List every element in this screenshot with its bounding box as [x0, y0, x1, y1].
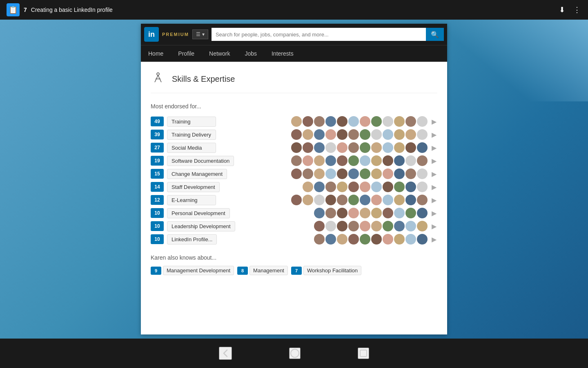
avatar [417, 168, 428, 179]
avatar [360, 221, 370, 231]
skill-row-social-media: 27 Social Media [151, 142, 437, 153]
avatar [314, 182, 325, 192]
skill-expand-button[interactable]: ▶ [431, 157, 437, 165]
skill-row-training: 49 Training [151, 116, 437, 127]
tab-profile[interactable]: Profile [171, 45, 202, 62]
back-button[interactable] [219, 347, 232, 360]
avatar [337, 129, 347, 140]
avatar [325, 234, 336, 245]
avatar [348, 234, 359, 245]
avatar [325, 116, 336, 127]
avatar [291, 195, 302, 205]
app-number: 7 [24, 7, 27, 13]
avatar [383, 182, 393, 192]
avatar [405, 168, 416, 179]
skill-name-personal-dev[interactable]: Personal Development [167, 208, 230, 218]
avatar [360, 116, 370, 127]
skill-expand-button[interactable]: ▶ [431, 183, 437, 191]
avatar [394, 182, 405, 192]
tab-jobs[interactable]: Jobs [237, 45, 264, 62]
avatar [314, 234, 325, 245]
skill-name-elearning[interactable]: E-Learning [167, 195, 216, 205]
tab-home[interactable]: Home [141, 45, 171, 62]
avatar [337, 195, 347, 205]
skill-name-training[interactable]: Training [167, 117, 216, 127]
avatar [394, 195, 405, 205]
skill-name-staff-dev[interactable]: Staff Development [167, 182, 220, 192]
avatar [348, 142, 359, 153]
avatar [371, 234, 382, 245]
skill-expand-button[interactable]: ▶ [431, 170, 437, 178]
svg-rect-5 [360, 350, 367, 357]
skill-expand-button[interactable]: ▶ [431, 118, 437, 126]
avatar [417, 221, 428, 231]
avatar [383, 129, 393, 140]
avatar [417, 155, 428, 166]
avatar [360, 129, 370, 140]
avatar [360, 168, 370, 179]
skill-expand-button[interactable]: ▶ [431, 236, 437, 243]
skill-name-social-media[interactable]: Social Media [167, 143, 216, 153]
skill-count-elearning: 12 [151, 195, 164, 205]
also-knows-name[interactable]: Management Development [163, 266, 234, 275]
skill-expand-button[interactable]: ▶ [431, 131, 437, 139]
avatar [417, 182, 428, 192]
avatar [383, 208, 393, 218]
avatar [337, 208, 347, 218]
avatar [291, 168, 302, 179]
section-title: Skills & Expertise [172, 74, 235, 84]
skills-list: 49 Training [151, 116, 437, 245]
avatar [314, 208, 325, 218]
search-button[interactable]: 🔍 [426, 28, 444, 41]
endorser-photos-training-delivery [291, 129, 428, 140]
avatar [383, 234, 393, 245]
avatar [303, 182, 313, 192]
app-icon: 📋 [7, 3, 20, 16]
home-button[interactable] [289, 348, 301, 359]
skill-name-change-mgmt[interactable]: Change Management [167, 169, 227, 179]
avatar [348, 195, 359, 205]
endorser-photos-software-docs [291, 155, 428, 166]
avatar [371, 129, 382, 140]
avatar [314, 168, 325, 179]
dropdown-icon: ▾ [202, 31, 205, 37]
linkedin-logo: in [144, 27, 159, 42]
avatar [371, 221, 382, 231]
avatar [394, 168, 405, 179]
skill-expand-button[interactable]: ▶ [431, 209, 437, 217]
skill-expand-button[interactable]: ▶ [431, 196, 437, 204]
also-knows-workshop: 7 Workshop Facilitation [291, 266, 361, 275]
avatar [405, 195, 416, 205]
tab-network[interactable]: Network [202, 45, 237, 62]
skill-name-training-delivery[interactable]: Training Delivery [167, 130, 216, 140]
avatar [337, 168, 347, 179]
avatar [405, 116, 416, 127]
avatar [303, 129, 313, 140]
search-input[interactable] [212, 28, 426, 41]
skill-count-staff-dev: 14 [151, 182, 164, 192]
avatar [337, 182, 347, 192]
avatar [360, 208, 370, 218]
also-knows-name[interactable]: Workshop Facilitation [303, 266, 361, 275]
skill-name-software-docs[interactable]: Software Documentation [167, 156, 234, 166]
skill-name-linkedin-profile[interactable]: LinkedIn Profile... [167, 234, 217, 245]
tab-interests[interactable]: Interests [264, 45, 301, 62]
recents-button[interactable] [358, 348, 369, 359]
also-knows-name[interactable]: Management [249, 266, 288, 275]
avatar [394, 129, 405, 140]
skill-expand-button[interactable]: ▶ [431, 222, 437, 230]
avatar [303, 155, 313, 166]
avatar [348, 208, 359, 218]
avatar [394, 221, 405, 231]
avatar [405, 234, 416, 245]
avatar [348, 116, 359, 127]
avatar [405, 221, 416, 231]
also-knows-mgmt: 8 Management [237, 266, 288, 275]
avatar [303, 195, 313, 205]
skill-name-leadership-dev[interactable]: Leadership Development [167, 221, 235, 231]
endorser-photos-staff-dev [303, 182, 428, 192]
skill-expand-button[interactable]: ▶ [431, 144, 437, 152]
skill-count-personal-dev: 10 [151, 208, 164, 218]
nav-menu-button[interactable]: ☰ ▾ [192, 29, 208, 39]
endorser-photos-personal-dev [314, 208, 428, 218]
